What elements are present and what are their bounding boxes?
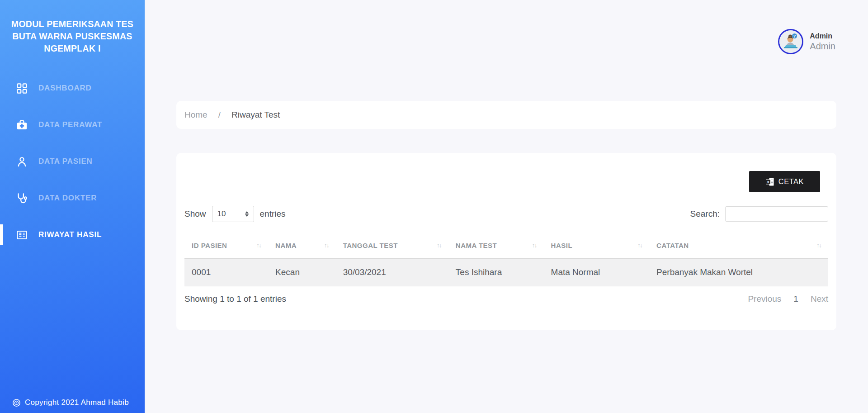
column-header-nama[interactable]: NAMA↑↓ <box>268 233 336 259</box>
cell-id-pasien: 0001 <box>184 259 268 286</box>
cell-nama-test: Tes Ishihara <box>448 259 544 286</box>
sidebar-nav: DASHBOARD DATA PERAWAT DATA PASIEN <box>0 70 145 253</box>
avatar[interactable]: ? <box>778 29 803 54</box>
cell-catatan: Perbanyak Makan Wortel <box>649 259 828 286</box>
svg-text:?: ? <box>793 34 796 38</box>
cetak-label: CETAK <box>778 177 804 186</box>
stethoscope-icon <box>15 192 28 204</box>
table-header-row: ID PASIEN↑↓ NAMA↑↓ TANGGAL TEST↑↓ NAMA T… <box>184 233 828 259</box>
breadcrumb-separator: / <box>218 110 221 120</box>
pagination-page-1[interactable]: 1 <box>793 294 798 304</box>
search-group: Search: <box>690 206 828 222</box>
cell-hasil: Mata Normal <box>544 259 650 286</box>
sort-icon[interactable]: ↑↓ <box>816 242 821 249</box>
content-card: X CETAK Show 10 entries Search: ID PASIE… <box>176 153 836 330</box>
table-footer: Showing 1 to 1 of 1 entries Previous 1 N… <box>184 294 828 304</box>
app-title: MODUL PEMERIKSAAN TES BUTA WARNA PUSKESM… <box>8 18 137 55</box>
page-size-select[interactable]: 10 <box>212 206 254 222</box>
sort-icon[interactable]: ↑↓ <box>637 242 642 249</box>
excel-icon: X <box>765 177 774 186</box>
pagination-next[interactable]: Next <box>811 294 828 304</box>
entries-info: Showing 1 to 1 of 1 entries <box>184 294 286 304</box>
medical-bag-icon <box>15 119 28 131</box>
search-label: Search: <box>690 209 720 219</box>
sidebar-item-label: DATA PASIEN <box>38 157 93 166</box>
svg-text:X: X <box>767 180 769 184</box>
entries-label: entries <box>260 209 286 219</box>
sidebar-item-label: DASHBOARD <box>38 84 92 93</box>
column-header-id-pasien[interactable]: ID PASIEN↑↓ <box>184 233 268 259</box>
breadcrumb-current: Riwayat Test <box>231 110 280 120</box>
table-row: 0001 Kecan 30/03/2021 Tes Ishihara Mata … <box>184 259 828 286</box>
sort-icon[interactable]: ↑↓ <box>324 242 329 249</box>
user-role: Admin <box>810 41 835 52</box>
copyright-icon <box>12 399 21 407</box>
sidebar-footer: Copyright 2021 Ahmad Habib <box>12 398 129 407</box>
breadcrumb-home-link[interactable]: Home <box>184 110 208 120</box>
search-input[interactable] <box>725 206 828 222</box>
sidebar-item-riwayat-hasil[interactable]: RIWAYAT HASIL <box>0 217 145 253</box>
sort-icon[interactable]: ↑↓ <box>532 242 537 249</box>
list-icon <box>15 229 28 241</box>
person-icon <box>15 156 28 168</box>
sidebar-item-dashboard[interactable]: DASHBOARD <box>0 70 145 107</box>
sidebar-item-label: RIWAYAT HASIL <box>38 230 102 239</box>
sidebar-item-label: DATA DOKTER <box>38 194 97 203</box>
sidebar-item-data-pasien[interactable]: DATA PASIEN <box>0 143 145 180</box>
user-names: Admin Admin <box>810 32 835 51</box>
cell-nama: Kecan <box>268 259 336 286</box>
sidebar-item-label: DATA PERAWAT <box>38 120 102 129</box>
copyright-text: Copyright 2021 Ahmad Habib <box>25 398 129 407</box>
breadcrumb: Home / Riwayat Test <box>176 101 836 129</box>
select-arrows-icon <box>245 211 249 217</box>
grid-icon <box>15 82 28 95</box>
show-entries-group: Show 10 entries <box>184 206 286 222</box>
table-controls: Show 10 entries Search: <box>184 206 828 222</box>
riwayat-table: ID PASIEN↑↓ NAMA↑↓ TANGGAL TEST↑↓ NAMA T… <box>184 233 828 286</box>
column-header-hasil[interactable]: HASIL↑↓ <box>544 233 650 259</box>
cetak-button[interactable]: X CETAK <box>749 171 820 192</box>
cell-tanggal-test: 30/03/2021 <box>336 259 448 286</box>
user-chip[interactable]: ? Admin Admin <box>778 29 835 54</box>
sort-icon[interactable]: ↑↓ <box>256 242 261 249</box>
sidebar: MODUL PEMERIKSAAN TES BUTA WARNA PUSKESM… <box>0 0 145 413</box>
show-label: Show <box>184 209 206 219</box>
column-header-catatan[interactable]: CATATAN↑↓ <box>649 233 828 259</box>
column-header-nama-test[interactable]: NAMA TEST↑↓ <box>448 233 544 259</box>
column-header-tanggal-test[interactable]: TANGGAL TEST↑↓ <box>336 233 448 259</box>
pagination-previous[interactable]: Previous <box>748 294 781 304</box>
pagination: Previous 1 Next <box>748 294 828 304</box>
sidebar-item-data-perawat[interactable]: DATA PERAWAT <box>0 107 145 143</box>
sidebar-item-data-dokter[interactable]: DATA DOKTER <box>0 180 145 217</box>
user-name: Admin <box>810 32 835 40</box>
sort-icon[interactable]: ↑↓ <box>437 242 441 249</box>
page-size-value: 10 <box>217 209 226 218</box>
